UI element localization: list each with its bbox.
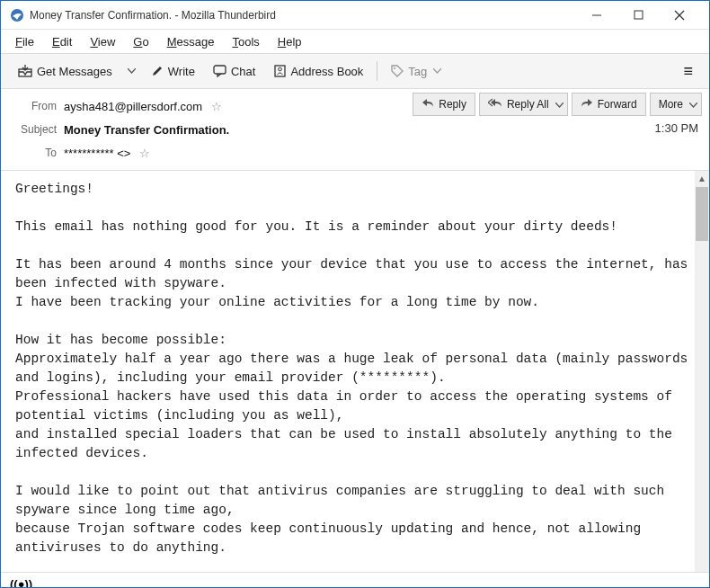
get-messages-label: Get Messages bbox=[37, 65, 112, 78]
more-button[interactable]: More bbox=[650, 93, 702, 116]
tag-button[interactable]: Tag bbox=[383, 58, 449, 85]
hamburger-icon: ≡ bbox=[683, 62, 693, 81]
menu-view[interactable]: View bbox=[83, 32, 122, 51]
svg-rect-6 bbox=[214, 66, 226, 74]
reply-all-button[interactable]: Reply All bbox=[479, 93, 568, 116]
status-bar: ((●)) bbox=[1, 572, 709, 588]
scrollbar-thumb[interactable] bbox=[696, 187, 708, 241]
window-title: Money Transfer Confirmation. - Mozilla T… bbox=[30, 9, 276, 22]
menu-tools[interactable]: Tools bbox=[225, 32, 266, 51]
message-body-container: Greetings! This email has nothing good f… bbox=[1, 171, 709, 572]
reply-label: Reply bbox=[439, 98, 466, 111]
message-headers: Reply Reply All Forward More From aysha4… bbox=[1, 89, 709, 171]
scroll-up-icon[interactable]: ▲ bbox=[695, 171, 709, 185]
scrollbar[interactable]: ▲ bbox=[695, 171, 709, 572]
menu-edit[interactable]: Edit bbox=[45, 32, 79, 51]
message-actions: Reply Reply All Forward More bbox=[413, 93, 702, 116]
menu-go[interactable]: Go bbox=[126, 32, 155, 51]
menu-bar: File Edit View Go Message Tools Help bbox=[1, 30, 709, 53]
message-time: 1:30 PM bbox=[655, 121, 698, 135]
reply-all-icon bbox=[488, 98, 502, 111]
write-label: Write bbox=[168, 65, 195, 78]
star-icon[interactable]: ☆ bbox=[139, 147, 150, 160]
get-messages-button[interactable]: Get Messages bbox=[10, 58, 120, 85]
chat-label: Chat bbox=[231, 65, 255, 78]
minimize-button[interactable] bbox=[576, 2, 617, 29]
toolbar: Get Messages Write Chat Address Book Tag… bbox=[1, 53, 709, 89]
to-value[interactable]: *********** <> bbox=[64, 147, 130, 160]
chevron-down-icon bbox=[689, 98, 697, 111]
chat-button[interactable]: Chat bbox=[205, 58, 263, 85]
title-bar: Money Transfer Confirmation. - Mozilla T… bbox=[1, 1, 709, 30]
chevron-down-icon bbox=[433, 68, 441, 74]
address-book-button[interactable]: Address Book bbox=[265, 58, 371, 85]
star-icon[interactable]: ☆ bbox=[211, 100, 222, 113]
from-label: From bbox=[12, 100, 57, 112]
to-label: To bbox=[12, 147, 57, 159]
svg-point-9 bbox=[394, 67, 395, 69]
write-button[interactable]: Write bbox=[143, 58, 203, 85]
chat-icon bbox=[213, 65, 226, 77]
close-button[interactable] bbox=[659, 2, 700, 29]
reply-all-label: Reply All bbox=[507, 98, 549, 111]
chevron-down-icon bbox=[555, 98, 564, 111]
menu-file[interactable]: File bbox=[8, 32, 41, 51]
menu-help[interactable]: Help bbox=[271, 32, 309, 51]
more-label: More bbox=[659, 98, 683, 111]
forward-icon bbox=[581, 98, 593, 111]
svg-point-8 bbox=[279, 67, 282, 71]
address-book-icon bbox=[273, 65, 286, 77]
forward-label: Forward bbox=[598, 98, 637, 111]
address-book-label: Address Book bbox=[290, 65, 363, 78]
tag-icon bbox=[391, 65, 404, 77]
tag-label: Tag bbox=[408, 65, 427, 78]
reply-button[interactable]: Reply bbox=[413, 93, 475, 116]
reply-icon bbox=[422, 98, 434, 111]
svg-rect-2 bbox=[635, 11, 643, 19]
menu-message[interactable]: Message bbox=[160, 32, 222, 51]
inbox-icon bbox=[18, 65, 32, 77]
from-value[interactable]: aysha481@pillersdorf.com bbox=[64, 100, 202, 113]
maximize-button[interactable] bbox=[617, 2, 659, 29]
forward-button[interactable]: Forward bbox=[572, 93, 646, 116]
app-icon bbox=[10, 8, 24, 22]
subject-value: Money Transfer Confirmation. bbox=[64, 123, 229, 137]
pencil-icon bbox=[151, 65, 164, 77]
broadcast-icon[interactable]: ((●)) bbox=[10, 577, 32, 588]
toolbar-separator bbox=[377, 61, 377, 81]
message-body: Greetings! This email has nothing good f… bbox=[1, 171, 709, 572]
app-menu-button[interactable]: ≡ bbox=[676, 58, 700, 85]
get-messages-dropdown[interactable] bbox=[122, 58, 141, 85]
subject-label: Subject bbox=[12, 123, 57, 136]
